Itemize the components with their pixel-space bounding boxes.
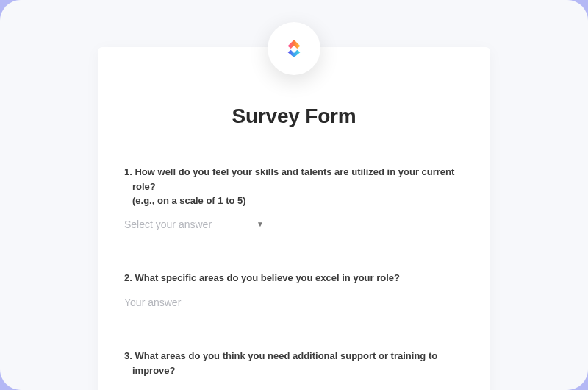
question-1-number: 1.: [124, 166, 132, 177]
question-1-select[interactable]: Select your answer ▼: [124, 219, 264, 235]
question-3-label: 3. What areas do you think you need addi…: [129, 349, 467, 377]
question-2-label: 2. What specific areas do you believe yo…: [129, 271, 467, 286]
question-1-sub: (e.g., on a scale of 1 to 5): [132, 194, 467, 208]
questions-list: 1. How well do you feel your skills and …: [121, 165, 467, 390]
question-1-text: How well do you feel your skills and tal…: [132, 166, 454, 192]
question-3: 3. What areas do you think you need addi…: [121, 349, 467, 390]
page-background: Survey Form 1. How well do you feel your…: [0, 0, 588, 390]
chevron-down-icon: ▼: [257, 220, 264, 228]
question-1-label: 1. How well do you feel your skills and …: [129, 165, 467, 194]
survey-form-card: Survey Form 1. How well do you feel your…: [98, 47, 490, 390]
question-3-input[interactable]: [124, 386, 456, 390]
clickup-logo-icon: [282, 36, 306, 61]
question-1: 1. How well do you feel your skills and …: [121, 165, 467, 235]
question-2: 2. What specific areas do you believe yo…: [121, 271, 467, 314]
question-2-input[interactable]: [124, 294, 456, 313]
question-1-select-placeholder: Select your answer: [124, 219, 257, 230]
question-2-number: 2.: [124, 272, 132, 283]
logo-badge: [268, 22, 320, 75]
question-3-number: 3.: [124, 350, 132, 361]
question-3-text: What areas do you think you need additio…: [132, 350, 437, 376]
question-2-text: What specific areas do you believe you e…: [135, 272, 400, 283]
